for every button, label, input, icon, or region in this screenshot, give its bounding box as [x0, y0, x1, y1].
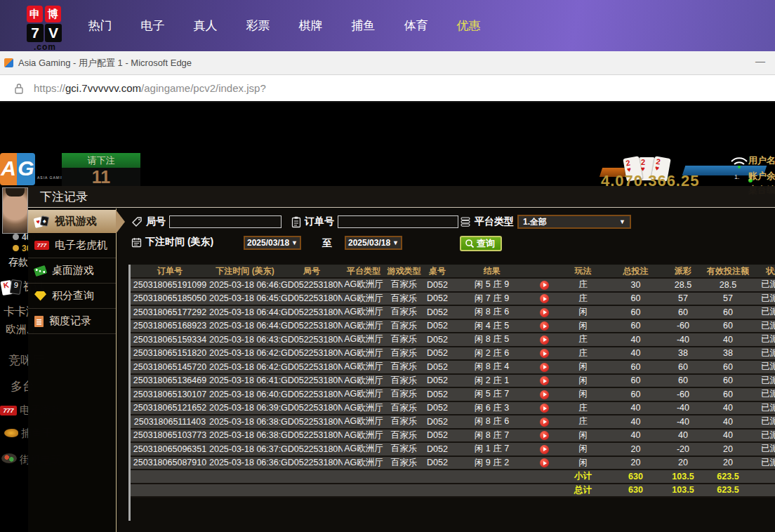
nav-item-live[interactable]: 真人 — [179, 18, 232, 34]
search-button-label: 查询 — [477, 237, 495, 250]
cell-platform: AG欧洲厅 — [343, 443, 385, 457]
bg-menu-fish-icon — [4, 427, 18, 440]
cell-round-id: GD052253180NI — [281, 443, 343, 457]
play-replay-icon[interactable] — [540, 321, 549, 331]
logo-7: 7 — [27, 24, 44, 42]
cell-valid-bet: 40 — [704, 402, 752, 416]
cell-order-id: 250318065111403 — [131, 415, 209, 430]
date-from-group: 2025/03/18 ▼ — [244, 236, 301, 250]
order-input[interactable] — [338, 215, 458, 228]
play-replay-icon[interactable] — [540, 376, 549, 385]
cell-valid-bet: 40 — [704, 333, 752, 347]
play-replay-icon[interactable] — [540, 404, 549, 413]
play-replay-icon[interactable] — [540, 308, 549, 317]
cell-round-id: GD052253180NK — [281, 415, 343, 430]
platform-select[interactable]: 1.全部 ▼ — [517, 215, 631, 229]
nav-item-lottery[interactable]: 彩票 — [232, 18, 284, 34]
sidebar-item-points-query[interactable]: 积分查询 — [28, 284, 116, 309]
table-row: 2503180651037732025-03-18 06:38:13GD0522… — [131, 430, 775, 444]
list-icon — [460, 216, 471, 227]
play-replay-icon[interactable] — [540, 335, 549, 345]
cell-order-id: 250318065145720 — [131, 361, 209, 375]
cell-round-id: GD052253180NQ — [281, 333, 343, 347]
bet-records-panel: 下注记录 ♥♠ 视讯游戏 777 电子老虎机 桌面游戏 积分查询 — [28, 186, 775, 532]
lock-icon — [14, 83, 24, 95]
cell-table-no: D052 — [423, 361, 451, 375]
chevron-down-icon: ▼ — [392, 239, 399, 246]
cell-result: 闲 8 庄 4 — [451, 361, 532, 375]
round-input[interactable] — [169, 215, 281, 228]
date-from-value: 2025/03/18 — [247, 238, 289, 248]
round-filter: 局号 — [131, 215, 281, 228]
cell-result: 闲 5 庄 7 — [451, 388, 532, 402]
cell-result: 闲 2 庄 6 — [451, 347, 532, 361]
account-balance-label: 账户余 — [748, 170, 775, 182]
date-from-select[interactable]: 2025/03/18 ▼ — [244, 236, 301, 250]
cell-total-bet: 40 — [609, 333, 662, 347]
cell-total-bet: 60 — [609, 306, 662, 320]
header-order-id: 订单号 — [131, 265, 209, 279]
cell-play: 闲 — [557, 430, 609, 444]
cell-total-bet: 30 — [609, 279, 662, 293]
cell-replay — [532, 320, 557, 334]
cell-round-id: GD052253180NR — [281, 320, 343, 334]
cell-payout: 38 — [662, 347, 704, 361]
date-to-select[interactable]: 2025/03/18 ▼ — [345, 236, 402, 250]
play-replay-icon[interactable] — [540, 431, 549, 440]
platform-label: 平台类型 — [475, 215, 514, 228]
cell-replay — [532, 279, 557, 293]
nav-item-chess[interactable]: 棋牌 — [284, 18, 337, 34]
cell-replay — [532, 375, 557, 389]
sidebar-item-table-games[interactable]: 桌面游戏 — [28, 258, 116, 284]
cell-play: 庄 — [557, 333, 609, 347]
cell-bet-time: 2025-03-18 06:46:06 — [209, 279, 281, 293]
cell-round-id: GD052253180NN — [281, 375, 343, 389]
cell-replay — [532, 293, 557, 307]
search-button[interactable]: 查询 — [460, 236, 502, 251]
bet-countdown-box: 请下注 11 — [62, 153, 140, 186]
url-text[interactable]: https://gci.7vvvvvv.com/agingame/pcv2/in… — [34, 82, 266, 94]
nav-item-sports[interactable]: 体育 — [390, 18, 442, 34]
cell-result: 闲 1 庄 7 — [451, 443, 532, 457]
sidebar-item-video-games[interactable]: ♥♠ 视讯游戏 — [28, 210, 116, 233]
cell-bet-time: 2025-03-18 06:44:09 — [209, 320, 281, 334]
time-filter-label-group: 下注时间 (美东) — [131, 236, 213, 248]
cell-total-bet: 60 — [609, 361, 662, 375]
table-row: 2503180651518202025-03-18 06:42:37GD0522… — [131, 347, 775, 361]
cell-payout: 57 — [662, 293, 704, 307]
cell-replay — [532, 388, 557, 402]
play-replay-icon[interactable] — [540, 390, 549, 399]
url-bar[interactable]: https://gci.7vvvvvv.com/agingame/pcv2/in… — [0, 75, 775, 102]
nav-item-slots[interactable]: 电子 — [126, 18, 179, 34]
sidebar-item-slot-machines[interactable]: 777 电子老虎机 — [28, 233, 116, 258]
play-replay-icon[interactable] — [540, 349, 549, 358]
platform-filter: 平台类型 1.全部 ▼ — [460, 215, 631, 229]
cell-result: 闲 8 庄 6 — [451, 306, 532, 320]
cell-platform: AG欧洲厅 — [343, 388, 385, 402]
play-replay-icon[interactable] — [540, 458, 549, 467]
minimize-button[interactable]: — — [755, 55, 765, 67]
sidebar-item-credit-records[interactable]: 额度记录 — [28, 309, 116, 334]
nav-item-hot[interactable]: 热门 — [74, 18, 126, 34]
cell-order-id: 250318065191099 — [131, 279, 209, 293]
cell-payout: 28.5 — [662, 279, 704, 293]
cell-total-bet: 60 — [609, 293, 662, 307]
records-table-wrap[interactable]: 订单号 下注时间 (美东) 局号 平台类型 游戏类型 桌号 结果 玩法 总投注 — [128, 265, 775, 521]
cell-valid-bet: 60 — [704, 361, 752, 375]
clipboard-icon — [291, 216, 301, 228]
nav-item-fishing[interactable]: 捕鱼 — [337, 18, 390, 34]
cell-platform: AG欧洲厅 — [343, 306, 385, 320]
play-replay-icon[interactable] — [540, 281, 549, 290]
cell-result: 闲 6 庄 3 — [451, 402, 532, 416]
play-replay-icon[interactable] — [540, 445, 549, 454]
play-replay-icon[interactable] — [540, 294, 549, 303]
cell-total-bet: 40 — [609, 347, 662, 361]
nav-item-promo[interactable]: 优惠 — [442, 18, 495, 34]
cell-platform: AG欧洲厅 — [343, 279, 385, 293]
logo-dotcom: .com — [27, 42, 63, 52]
cell-bet-time: 2025-03-18 06:41:12 — [209, 375, 281, 389]
play-replay-icon[interactable] — [540, 363, 549, 372]
table-row: 2503180651772922025-03-18 06:44:53GD0522… — [131, 306, 775, 320]
site-logo[interactable]: 申 博 7 V .com — [27, 6, 63, 52]
play-replay-icon[interactable] — [540, 418, 549, 427]
